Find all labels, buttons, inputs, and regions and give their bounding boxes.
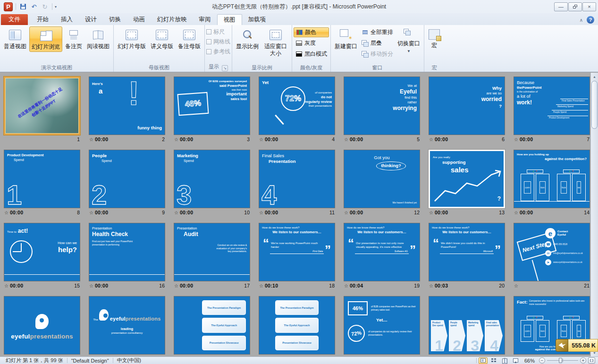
- macro-button[interactable]: 宏: [426, 26, 442, 50]
- slide-thumbnail[interactable]: Theeyefulpresentationsleadingpresentatio…: [89, 296, 165, 355]
- transition-play-icon[interactable]: ☆: [514, 283, 518, 288]
- transition-play-icon[interactable]: ☆: [344, 137, 348, 142]
- slide-thumbnail[interactable]: PresentationAuditConduct an on-site revi…: [174, 223, 250, 281]
- slide-thumbnail[interactable]: How do we know these work?We listen to o…: [259, 223, 335, 281]
- scrollbar-thumb[interactable]: [591, 81, 598, 129]
- zoom-out-button[interactable]: −: [539, 357, 545, 364]
- zoom-slider-thumb[interactable]: [559, 358, 562, 363]
- slide-sorter-pane[interactable]: 在这里你将看到一份动态十足创新十足的PPT1Here'safunny thing…: [0, 73, 598, 356]
- transition-play-icon[interactable]: ☆: [89, 210, 93, 215]
- slide-thumbnail[interactable]: 在这里你将看到一份动态十足创新十足的PPT: [4, 76, 80, 135]
- slide-thumbnail[interactable]: How do we know these work?We listen to o…: [344, 223, 420, 281]
- slide-counter[interactable]: 幻灯片 第 1 张，共 99 张: [2, 357, 67, 364]
- restore-button[interactable]: [568, 2, 582, 11]
- slide-thumbnail[interactable]: Yetof companiesdo notregularly reviewthe…: [259, 76, 335, 135]
- color-mode-button[interactable]: 颜色: [294, 27, 329, 37]
- slide-thumbnail[interactable]: Product Dev spend1People spend2Marketing…: [429, 296, 505, 355]
- move-split-button[interactable]: 移动拆分: [360, 49, 395, 59]
- slide-thumbnail[interactable]: PresentationHealth CheckFind out just ho…: [89, 223, 165, 281]
- save-button[interactable]: [18, 2, 28, 11]
- collapse-ribbon-icon[interactable]: ∧: [580, 17, 583, 23]
- transition-play-icon[interactable]: ☆: [259, 283, 263, 288]
- language-indicator[interactable]: 中文(中国): [113, 357, 145, 364]
- undo-button[interactable]: ↶: [29, 2, 39, 11]
- fit-to-window-button[interactable]: 适应窗口大小: [261, 26, 290, 58]
- transition-play-icon[interactable]: ☆: [429, 137, 433, 142]
- transition-play-icon[interactable]: ☆: [174, 210, 178, 215]
- transition-play-icon[interactable]: ☆: [4, 283, 8, 288]
- tab-insert[interactable]: 插入: [55, 14, 79, 25]
- tab-home[interactable]: 开始: [31, 14, 55, 25]
- arrange-all-button[interactable]: 全部重排: [360, 27, 395, 37]
- notes-master-button[interactable]: 备注母版: [176, 26, 202, 51]
- transition-play-icon[interactable]: ☆: [429, 283, 433, 288]
- slide-thumbnail[interactable]: Of B2B companies surveyedsaid PowerPoint…: [174, 76, 250, 135]
- ruler-checkbox[interactable]: 标尺: [206, 27, 230, 36]
- slide-thumbnail[interactable]: Time toact!How can wehelp?: [4, 223, 80, 281]
- slide-thumbnail[interactable]: Final SalesPresentation4: [259, 150, 335, 208]
- statusbar-normal-view-button[interactable]: [479, 357, 488, 364]
- tab-review[interactable]: 审阅: [193, 14, 217, 25]
- slide-thumbnail[interactable]: How are you holding upagainst the compet…: [514, 150, 590, 208]
- tab-file[interactable]: 文件: [1, 14, 28, 25]
- transition-play-icon[interactable]: ☆: [89, 137, 93, 142]
- fit-slide-to-window-button[interactable]: [588, 357, 595, 364]
- scroll-up-icon[interactable]: ▲: [591, 73, 598, 80]
- new-window-button[interactable]: 新建窗口: [333, 26, 359, 51]
- powerpoint-app-icon[interactable]: P: [4, 2, 13, 11]
- transition-play-icon[interactable]: ☆: [259, 137, 263, 142]
- minimize-button[interactable]: —: [554, 2, 568, 11]
- slide-thumbnail[interactable]: Got youthinking?We haven't finished yet: [344, 150, 420, 208]
- guides-checkbox[interactable]: 参考线: [206, 47, 230, 56]
- notes-page-button[interactable]: 备注页: [63, 26, 84, 51]
- slide-thumbnail[interactable]: We atEyefulfind thisratherworrying: [344, 76, 420, 135]
- statusbar-slide-sorter-button[interactable]: [489, 357, 498, 364]
- transition-play-icon[interactable]: ☆: [344, 283, 348, 288]
- transition-play-icon[interactable]: ☆: [429, 210, 433, 215]
- tab-transitions[interactable]: 切换: [103, 14, 127, 25]
- slide-thumbnail[interactable]: The Presentation ParadigmThe Eyeful Appr…: [259, 296, 335, 355]
- tab-view[interactable]: 视图: [217, 14, 242, 25]
- handout-master-button[interactable]: 讲义母版: [149, 26, 175, 51]
- help-icon[interactable]: ?: [587, 16, 594, 24]
- slide-thumbnail[interactable]: Are you reallysupportingsales?: [429, 150, 505, 208]
- reading-view-button[interactable]: 阅读视图: [85, 26, 111, 51]
- tab-design[interactable]: 设计: [79, 14, 103, 25]
- slide-thumbnail[interactable]: Here'safunny thing!: [89, 76, 165, 135]
- transition-play-icon[interactable]: ☆: [259, 210, 263, 215]
- tab-slideshow[interactable]: 幻灯片放映: [151, 14, 193, 25]
- slide-thumbnail[interactable]: MarketingSpend3: [174, 150, 250, 208]
- statusbar-reading-view-button[interactable]: [500, 357, 509, 364]
- tab-animations[interactable]: 动画: [127, 14, 151, 25]
- black-white-button[interactable]: 黑白模式: [294, 49, 329, 59]
- slide-thumbnail[interactable]: Whyare we soworried?: [429, 76, 505, 135]
- transition-play-icon[interactable]: ☆: [174, 283, 178, 288]
- download-speed-overlay[interactable]: 555.08 K: [556, 339, 598, 352]
- slide-thumbnail[interactable]: How do we know these work?We listen to o…: [429, 223, 505, 281]
- slide-thumbnail[interactable]: eyefulpresentations: [4, 296, 80, 355]
- vertical-scrollbar[interactable]: ▲ ▼: [590, 73, 598, 356]
- transition-play-icon[interactable]: ☆: [344, 210, 348, 215]
- zoom-button[interactable]: 显示比例: [234, 26, 261, 51]
- cascade-button[interactable]: 层叠: [360, 38, 395, 48]
- switch-windows-button[interactable]: 切换窗口▼: [396, 26, 422, 55]
- dialog-launcher-icon[interactable]: ↘: [222, 65, 228, 71]
- slide-sorter-button[interactable]: 幻灯片浏览: [29, 26, 62, 52]
- slide-thumbnail[interactable]: 46%of B2B companies see PowerPoint as th…: [344, 296, 420, 355]
- transition-play-icon[interactable]: ☆: [4, 210, 8, 215]
- transition-play-icon[interactable]: ☆: [514, 137, 518, 142]
- slide-thumbnail[interactable]: BecausethePowerPointis the culmination o…: [514, 76, 590, 135]
- slide-thumbnail[interactable]: PeopleSpend2: [89, 150, 165, 208]
- close-button[interactable]: ×: [582, 2, 596, 11]
- transition-play-icon[interactable]: ☆: [89, 283, 93, 288]
- normal-view-button[interactable]: 普通视图: [2, 26, 28, 51]
- statusbar-slideshow-button[interactable]: [511, 357, 520, 364]
- grayscale-button[interactable]: 灰度: [294, 38, 329, 48]
- zoom-percentage[interactable]: 66%: [522, 358, 537, 364]
- slide-thumbnail[interactable]: The Presentation ParadigmThe Eyeful Appr…: [174, 296, 250, 355]
- slide-thumbnail[interactable]: Next StepseContactEyeful☎0845 056 8528✉i…: [514, 223, 590, 281]
- transition-play-icon[interactable]: ☆: [174, 137, 178, 142]
- slide-master-button[interactable]: 幻灯片母版: [116, 26, 148, 51]
- theme-name[interactable]: "Default Design": [67, 358, 113, 364]
- slide-thumbnail[interactable]: Product DevelopmentSpend1: [4, 150, 80, 208]
